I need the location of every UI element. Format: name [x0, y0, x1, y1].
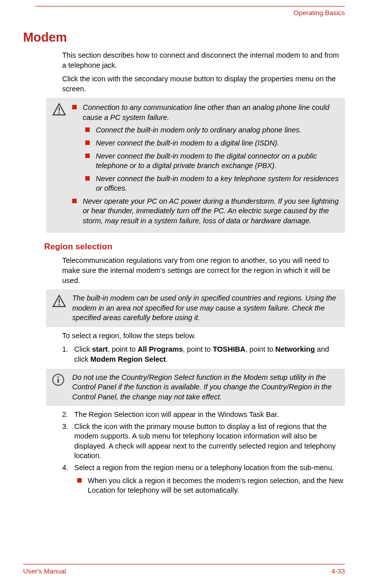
- footer-left: User's Manual: [23, 567, 66, 575]
- svg-point-2: [59, 112, 60, 114]
- step-bold: Networking: [275, 345, 315, 353]
- region-intro: To select a region, follow the steps bel…: [62, 331, 345, 341]
- page-footer: User's Manual 4-33: [23, 564, 345, 575]
- bullet-icon: [77, 478, 82, 483]
- info-icon: [52, 374, 66, 388]
- step-number: 4.: [62, 463, 74, 473]
- svg-rect-8: [57, 379, 59, 383]
- bullet-icon: [72, 105, 77, 109]
- step-text: , point to: [245, 345, 275, 353]
- step-number: 3.: [62, 422, 74, 461]
- step-text: Select a region from the region menu or …: [74, 463, 345, 473]
- section-heading-modem: Modem: [23, 30, 345, 45]
- caution-subitem: Never connect the built-in modem to the …: [96, 152, 339, 171]
- region-paragraph: Telecommunication regulations vary from …: [62, 256, 345, 285]
- caution-callout-1: Connection to any communication line oth…: [46, 98, 345, 233]
- caution-item: Never operate your PC on AC power during…: [83, 197, 339, 226]
- caution-item: Connection to any communication line oth…: [83, 103, 339, 122]
- step-bold: All Programs: [138, 345, 183, 353]
- step-2: 2. The Region Selection icon will appear…: [62, 410, 345, 420]
- step-text: Click the icon with the primary mouse bu…: [74, 422, 345, 461]
- step-text: Click: [74, 345, 92, 353]
- step-number: 2.: [62, 410, 74, 420]
- step-text: , point to: [183, 345, 213, 353]
- caution-callout-2: The built-in modem can be used only in s…: [46, 289, 345, 327]
- step-bold: TOSHIBA: [213, 345, 245, 353]
- intro-paragraph-1: This section describes how to connect an…: [62, 51, 345, 70]
- step-text: The Region Selection icon will appear in…: [74, 410, 345, 420]
- step-bold: start: [92, 345, 107, 353]
- header-section-name: Operating Basics: [293, 9, 345, 17]
- intro-paragraph-2: Click the icon with the secondary mouse …: [62, 74, 345, 94]
- caution-icon: [52, 295, 66, 311]
- caution-subitem: Connect the built-in modem only to ordin…: [96, 125, 339, 135]
- caution-subitem: Never connect the built-in modem to a ke…: [96, 174, 339, 194]
- top-rule: [35, 6, 345, 7]
- bullet-icon: [72, 199, 77, 203]
- bullet-icon: [85, 140, 90, 145]
- caution-subitem: Never connect the built-in modem to a di…: [96, 138, 339, 149]
- step-4: 4. Select a region from the region menu …: [62, 463, 345, 473]
- step-number: 1.: [62, 345, 74, 364]
- step-text: , point to: [108, 345, 138, 353]
- caution-icon: [52, 103, 66, 119]
- sub-bullet-text: When you click a region it becomes the m…: [88, 476, 345, 496]
- svg-point-5: [59, 304, 60, 306]
- caution-text: The built-in modem can be used only in s…: [72, 293, 339, 323]
- step-text: .: [166, 355, 168, 363]
- info-callout: Do not use the Country/Region Select fun…: [46, 369, 345, 406]
- step-bold: Modem Region Select: [90, 355, 166, 363]
- info-text: Do not use the Country/Region Select fun…: [72, 373, 339, 402]
- bullet-icon: [85, 176, 90, 181]
- step-sub-bullet: When you click a region it becomes the m…: [77, 476, 345, 496]
- svg-point-7: [57, 376, 59, 377]
- step-3: 3. Click the icon with the primary mouse…: [62, 422, 345, 461]
- bullet-icon: [85, 154, 90, 158]
- step-1: 1. Click start, point to All Programs, p…: [62, 345, 345, 364]
- subsection-heading-region: Region selection: [44, 242, 345, 252]
- bullet-icon: [85, 127, 90, 132]
- footer-right: 4-33: [331, 567, 345, 575]
